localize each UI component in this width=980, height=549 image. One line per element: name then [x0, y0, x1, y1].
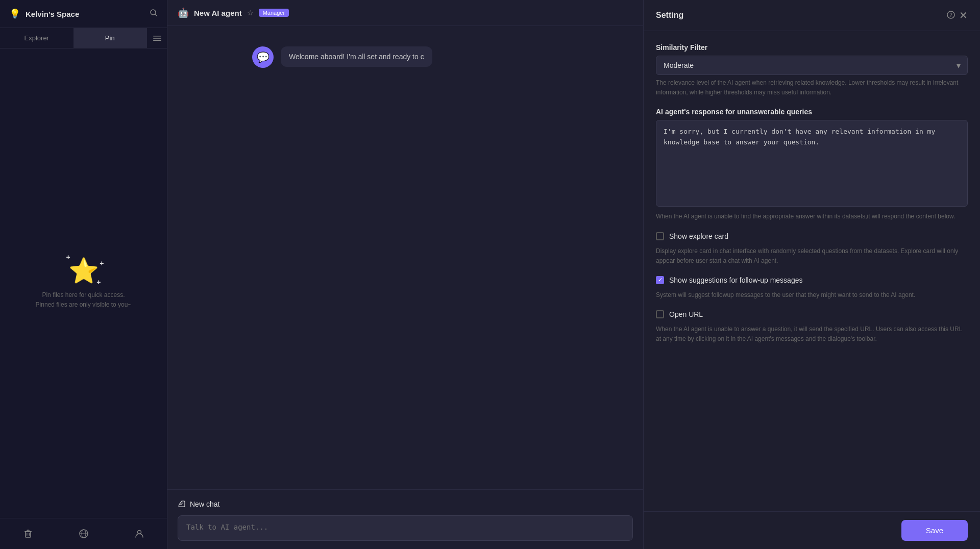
favorite-star-icon[interactable]: ☆ — [247, 9, 254, 17]
tab-explorer[interactable]: Explorer — [0, 28, 74, 48]
sidebar-header: 💡 Kelvin's Space — [0, 0, 167, 28]
suggestions-section: Show suggestions for follow-up messages … — [656, 276, 968, 300]
settings-title: Setting — [656, 11, 943, 20]
settings-panel: Setting ? ✕ Similarity Filter Low Modera… — [643, 0, 980, 549]
welcome-message-row: 💬 Welcome aboard! I'm all set and ready … — [252, 46, 558, 68]
chat-input[interactable] — [178, 515, 633, 541]
search-icon[interactable] — [150, 9, 158, 19]
suggestions-text: Show suggestions for follow-up messages — [669, 276, 802, 284]
menu-icon[interactable] — [146, 28, 167, 48]
pin-hint: Pin files here for quick access. Pinned … — [36, 290, 132, 310]
open-url-label-row[interactable]: Open URL — [656, 310, 968, 318]
sidebar-bottom-bar — [0, 518, 167, 549]
similarity-filter-label: Similarity Filter — [656, 43, 968, 52]
explore-button[interactable] — [56, 522, 111, 545]
similarity-filter-select-wrapper: Low Moderate High ▾ — [656, 56, 968, 75]
suggestions-checkbox[interactable] — [656, 276, 664, 284]
suggestions-hint: System will suggest followup messages to… — [656, 290, 968, 300]
svg-rect-3 — [153, 38, 161, 39]
sidebar-title: Kelvin's Space — [26, 10, 144, 18]
open-url-text: Open URL — [669, 310, 703, 318]
chat-footer: New chat — [167, 489, 643, 549]
settings-footer: Save — [644, 511, 980, 549]
chat-agent-icon: 🤖 — [178, 7, 189, 18]
agent-avatar: 💬 — [252, 46, 274, 68]
settings-body: Similarity Filter Low Moderate High ▾ Th… — [644, 31, 980, 511]
unanswerable-hint: When the AI agent is unable to find the … — [656, 212, 968, 221]
main-chat-area: 🤖 New AI agent ☆ Manager 💬 Welcome aboar… — [167, 0, 643, 549]
pin-content: ⭐ + + + Pin files here for quick access.… — [0, 48, 167, 518]
chat-header: 🤖 New AI agent ☆ Manager — [167, 0, 643, 26]
suggestions-label-row[interactable]: Show suggestions for follow-up messages — [656, 276, 968, 284]
close-button[interactable]: ✕ — [959, 9, 968, 21]
svg-rect-4 — [153, 40, 161, 41]
open-url-section: Open URL When the AI agent is unable to … — [656, 310, 968, 344]
sidebar: 💡 Kelvin's Space Explorer Pin ⭐ + + + — [0, 0, 167, 549]
tab-pin[interactable]: Pin — [74, 28, 147, 48]
save-button[interactable]: Save — [901, 520, 968, 541]
chat-messages: 💬 Welcome aboard! I'm all set and ready … — [167, 26, 643, 489]
help-icon[interactable]: ? — [947, 11, 955, 20]
open-url-hint: When the AI agent is unable to answer a … — [656, 325, 968, 344]
explore-card-checkbox[interactable] — [656, 232, 664, 240]
agent-badge: Manager — [259, 9, 289, 17]
users-button[interactable] — [111, 522, 167, 545]
explore-card-text: Show explore card — [669, 232, 728, 240]
settings-header: Setting ? ✕ — [644, 0, 980, 31]
svg-text:?: ? — [949, 12, 952, 18]
similarity-filter-select[interactable]: Low Moderate High — [656, 56, 968, 75]
pin-star-decoration: ⭐ + + + — [68, 257, 99, 285]
svg-rect-5 — [27, 533, 28, 536]
trash-button[interactable] — [0, 522, 56, 545]
svg-rect-6 — [29, 533, 30, 536]
unanswerable-textarea[interactable]: I'm sorry, but I currently don't have an… — [656, 120, 968, 207]
chat-agent-name: New AI agent — [194, 9, 242, 17]
logo-icon: 💡 — [9, 8, 20, 19]
explore-card-hint: Display explore card in chat interface w… — [656, 246, 968, 266]
welcome-bubble: Welcome aboard! I'm all set and ready to… — [281, 46, 432, 67]
similarity-filter-hint: The relevance level of the AI agent when… — [656, 78, 968, 97]
svg-rect-2 — [153, 36, 161, 37]
similarity-filter-section: Similarity Filter Low Moderate High ▾ Th… — [656, 43, 968, 97]
open-url-checkbox[interactable] — [656, 310, 664, 318]
new-chat-button[interactable]: New chat — [178, 498, 633, 510]
explore-card-label-row[interactable]: Show explore card — [656, 232, 968, 240]
unanswerable-section: AI agent's response for unanswerable que… — [656, 108, 968, 221]
explore-card-section: Show explore card Display explore card i… — [656, 232, 968, 266]
svg-line-1 — [155, 14, 157, 16]
unanswerable-label: AI agent's response for unanswerable que… — [656, 108, 968, 116]
